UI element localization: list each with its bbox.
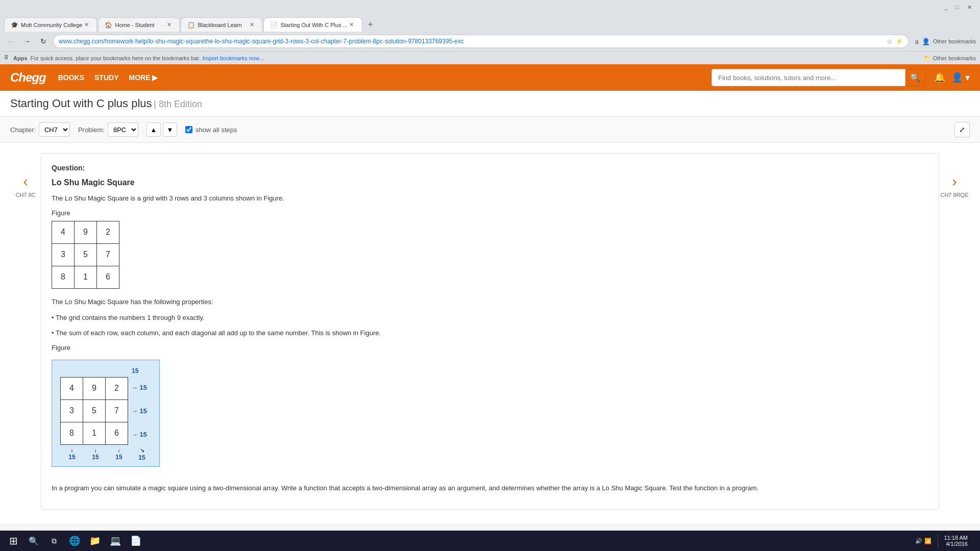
next-chapter-label: CH7 8RQE	[940, 192, 968, 198]
col-sum-2: ↓ 15	[84, 447, 107, 461]
properties-intro: The Lo Shu Magic Square has the followin…	[52, 297, 928, 308]
grid1-cell: 6	[97, 266, 119, 288]
book-title-bar: Starting Out with C plus plus | 8th Edit…	[0, 91, 980, 117]
grid2-cell: 4	[61, 377, 83, 399]
nav-study[interactable]: STUDY	[94, 73, 118, 82]
bookmark-icon[interactable]: ☆	[887, 38, 893, 45]
grid1-cell: 2	[97, 221, 119, 243]
other-bookmarks[interactable]: Other bookmarks	[933, 38, 976, 44]
row-sum-3: → 15	[131, 431, 147, 438]
chegg-header-icons: 🔔 👤 ▾	[934, 72, 970, 83]
problem-control: Problem: 8PC	[78, 122, 138, 137]
tab-home[interactable]: 🏠 Home - Student ✕	[98, 17, 180, 32]
tab-favicon-home: 🏠	[105, 21, 112, 29]
diag-bottom-sum: ↘ 15	[131, 447, 151, 461]
tab-blackboard[interactable]: 📋 Blackboard Learn ✕	[181, 17, 262, 32]
url-text: www.chegg.com/homework-help/lo-shu-magic…	[59, 38, 883, 45]
user-profile-icon[interactable]: 👤 ▾	[951, 72, 970, 83]
back-button[interactable]: ←	[4, 35, 17, 48]
row-sum-2: → 15	[131, 407, 147, 415]
grid2-cell: 7	[106, 399, 128, 422]
tab-close-bb[interactable]: ✕	[248, 21, 256, 29]
chegg-nav: BOOKS STUDY MORE ▶	[58, 73, 158, 82]
grid2-cell: 3	[61, 399, 83, 422]
prev-arrow[interactable]: ‹	[23, 173, 28, 190]
grid2-cell: 5	[83, 399, 106, 422]
grid2-cell: 9	[83, 377, 106, 399]
tab-favicon-chegg: 📄	[270, 21, 277, 29]
tab-favicon-mott: 🎓	[11, 21, 18, 29]
new-tab-button[interactable]: +	[363, 17, 378, 32]
figure2-container: 15 492357816 → 15 → 15	[52, 360, 160, 467]
next-navigation: › CH7 8RQE	[939, 153, 970, 510]
show-steps-checkbox[interactable]	[185, 126, 192, 133]
col-sum-1: ↓ 15	[60, 447, 84, 461]
problem-up-button[interactable]: ▲	[146, 122, 161, 137]
address-bar-icons: ☆ ⚡	[887, 38, 903, 45]
chapter-label: Chapter:	[10, 126, 36, 134]
diag-top-sum: 15	[132, 367, 138, 374]
apps-label: ⠿	[4, 55, 8, 61]
prev-chapter-label: CH7 8C	[15, 192, 35, 198]
problem-navigation: ▲ ▼	[146, 122, 177, 137]
prev-navigation: ‹ CH7 8C	[10, 153, 41, 510]
question-box: Question: Lo Shu Magic Square The Lo Shu…	[41, 153, 939, 510]
show-all-steps-toggle[interactable]: show all steps	[185, 126, 237, 134]
content-area: ‹ CH7 8C Question: Lo Shu Magic Square T…	[0, 143, 980, 520]
grid1-cell: 4	[52, 221, 75, 243]
figure1-label: Figure	[52, 209, 928, 217]
grid1-cell: 8	[52, 266, 75, 288]
book-edition: 8th Edition	[159, 99, 202, 109]
chapter-control: Chapter: CH7	[10, 122, 70, 137]
book-title: Starting Out with C plus plus	[10, 97, 152, 110]
chegg-logo[interactable]: Chegg	[10, 70, 46, 85]
problem-down-button[interactable]: ▼	[163, 122, 177, 137]
grid2-cell: 6	[106, 422, 128, 444]
question-intro: The Lo Shu Magic Square is a grid with 3…	[52, 193, 928, 204]
show-steps-label-text: show all steps	[195, 126, 237, 134]
bookmarks-bar: ⠿ Apps For quick access, place your book…	[0, 51, 980, 64]
grid1-cell: 5	[75, 243, 97, 266]
tab-chegg[interactable]: 📄 Starting Out With C Plus ... ✕	[263, 17, 362, 32]
conclusion-text: In a program you can simulate a magic sq…	[52, 483, 928, 494]
grid1-cell: 1	[75, 266, 97, 288]
nav-books[interactable]: BOOKS	[58, 73, 84, 82]
extensions-icon[interactable]: ⚡	[896, 38, 903, 45]
grid1-cell: 9	[75, 221, 97, 243]
question-title: Lo Shu Magic Square	[52, 178, 928, 187]
user-icon[interactable]: 👤	[922, 38, 930, 45]
amazon-icon[interactable]: a	[915, 38, 918, 45]
nav-more[interactable]: MORE ▶	[129, 73, 158, 82]
col-sum-3: ↓ 15	[107, 447, 131, 461]
tab-title-mott: Mott Community College	[21, 22, 82, 28]
figure1-grid: 492357816	[52, 221, 119, 289]
tab-mott[interactable]: 🎓 Mott Community College ✕	[4, 17, 97, 32]
problem-label: Problem:	[78, 126, 105, 134]
tab-title-chegg: Starting Out With C Plus ...	[280, 22, 347, 28]
next-arrow[interactable]: ›	[952, 173, 957, 190]
tab-close-mott[interactable]: ✕	[82, 21, 90, 29]
tab-favicon-bb: 📋	[187, 21, 194, 29]
problem-select[interactable]: 8PC	[108, 122, 138, 137]
bookmarks-message: For quick access, place your bookmarks h…	[31, 55, 201, 61]
tab-close-chegg[interactable]: ✕	[348, 21, 356, 29]
search-button[interactable]: 🔍	[905, 69, 926, 86]
property2: • The sum of each row, each column, and …	[52, 328, 928, 339]
grid2-cell: 1	[83, 422, 106, 444]
property1: • The grid contains the numbers 1 throug…	[52, 313, 928, 323]
address-bar[interactable]: www.chegg.com/homework-help/lo-shu-magic…	[53, 35, 909, 48]
apps-text: Apps	[13, 55, 28, 61]
grid1-cell: 3	[52, 243, 75, 266]
more-chevron-icon: ▶	[152, 73, 158, 82]
notification-icon[interactable]: 🔔	[934, 72, 945, 83]
import-bookmarks-link[interactable]: Import bookmarks now...	[203, 55, 264, 61]
search-bar: 🔍	[712, 69, 926, 86]
tab-close-home[interactable]: ✕	[165, 21, 173, 29]
grid2-cell: 2	[106, 377, 128, 399]
expand-button[interactable]: ⤢	[954, 122, 970, 137]
search-input[interactable]	[712, 69, 905, 86]
reload-button[interactable]: ↻	[37, 35, 50, 48]
chapter-select[interactable]: CH7	[39, 122, 70, 137]
tab-title-bb: Blackboard Learn	[198, 22, 248, 28]
forward-button[interactable]: →	[20, 35, 34, 48]
